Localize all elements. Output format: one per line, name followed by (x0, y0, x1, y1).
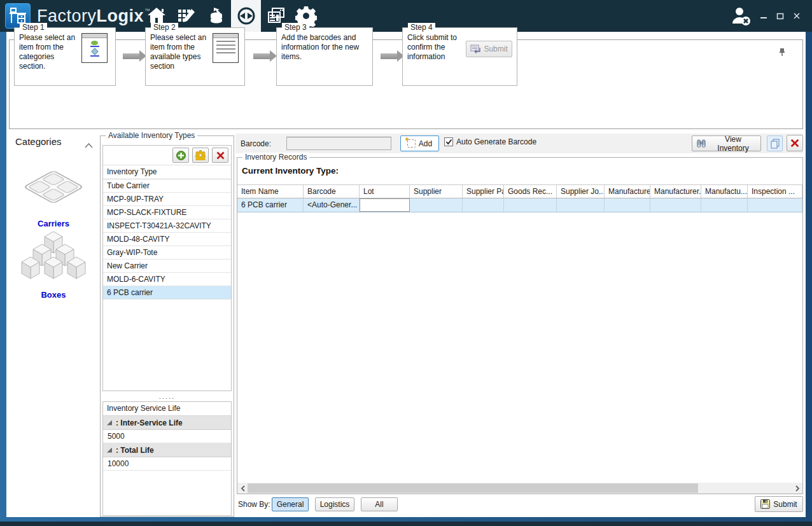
inventory-barrel-icon (206, 6, 227, 25)
step1-thumbnail (81, 33, 108, 63)
service-life-total-value[interactable]: 10000 (103, 457, 231, 471)
step4-submit-button[interactable]: Submit (466, 41, 512, 57)
close-button[interactable] (790, 10, 803, 22)
step1-label: Step 1 (20, 23, 47, 32)
categories-collapse-button[interactable] (85, 139, 93, 151)
record-cell[interactable]: <Auto-Gener... (304, 198, 360, 212)
horizontal-scrollbar[interactable] (237, 483, 802, 494)
inventory-type-row[interactable]: INSPECT-T30421A-32CAVITY (103, 219, 231, 233)
step3-label: Step 3 (282, 23, 309, 32)
step2-box: Step 2 Please select an item from the av… (145, 27, 245, 86)
copy-icon (770, 139, 780, 149)
service-life-group-inter[interactable]: : Inter-Service Life (103, 416, 231, 430)
submit-form-icon (470, 45, 480, 53)
window-frame (0, 522, 812, 526)
service-life-title: Inventory Service Life (103, 402, 231, 416)
auto-generate-checkbox[interactable]: Auto Generate Barcode (444, 137, 536, 146)
submit-label: Submit (773, 500, 797, 509)
view-inventory-button[interactable]: View Inventory (692, 135, 761, 151)
barcode-input[interactable] (286, 137, 391, 150)
delete-x-icon (216, 151, 225, 160)
maximize-button[interactable] (774, 10, 787, 22)
checkbox-check-icon (445, 139, 452, 145)
records-body: 6 PCB carrier<Auto-Gener... (237, 198, 802, 212)
application-window: FactoryLogix™ (0, 0, 812, 526)
minimize-button[interactable] (757, 10, 770, 22)
inventory-type-row[interactable]: MCP-SLACK-FIXTURE (103, 206, 231, 219)
add-record-label: Add (419, 139, 432, 148)
scrollbar-thumb[interactable] (248, 483, 698, 493)
column-header[interactable]: Item Name (237, 185, 304, 198)
inventory-type-row[interactable]: 6 PCB carrier (103, 286, 231, 300)
column-header[interactable]: Manufactu... (701, 185, 748, 198)
step4-label: Step 4 (408, 23, 435, 32)
user-status-button[interactable] (727, 4, 755, 29)
column-header[interactable]: Supplier Pa... (463, 185, 504, 198)
inventory-type-row[interactable]: New Carrier (103, 260, 231, 273)
service-life-inter-value[interactable]: 5000 (103, 430, 231, 443)
record-cell[interactable] (605, 198, 650, 212)
boxes-icon (20, 230, 87, 286)
column-header[interactable]: Supplier (410, 185, 463, 198)
column-header[interactable]: Manufacturer (605, 185, 650, 198)
step2-thumbnail (213, 33, 239, 63)
inventory-type-row[interactable]: MCP-9UP-TRAY (103, 193, 231, 206)
column-header[interactable]: Barcode (304, 185, 360, 198)
show-by-logistics-button[interactable]: Logistics (315, 497, 354, 511)
show-by-all-button[interactable]: All (361, 497, 398, 511)
step2-text: Please select an item from the available… (150, 33, 209, 71)
group-triangle-icon (107, 420, 112, 426)
barcode-toolbar: Barcode: Add Auto Generate Barcode View … (235, 134, 803, 153)
add-type-button[interactable] (172, 148, 189, 163)
record-cell[interactable] (504, 198, 557, 212)
inventory-type-row[interactable]: Gray-WIP-Tote (103, 246, 231, 260)
column-header[interactable]: Lot (360, 185, 410, 198)
customize-gear-icon (195, 150, 206, 160)
column-header[interactable]: Inspection ... (748, 185, 802, 198)
record-cell[interactable] (701, 198, 748, 212)
step2-label: Step 2 (151, 23, 178, 32)
category-item-carriers[interactable]: Carriers (15, 160, 92, 228)
barcode-label: Barcode: (241, 139, 271, 148)
record-cell[interactable] (360, 198, 410, 212)
scroll-right-button[interactable] (792, 483, 802, 494)
record-cell[interactable] (557, 198, 605, 212)
category-item-boxes[interactable]: Boxes (15, 230, 92, 300)
scroll-left-icon (241, 485, 246, 492)
submit-button[interactable]: Submit (755, 496, 803, 512)
inventory-type-row[interactable]: Tube Carrier (103, 179, 231, 193)
step4-text: Click submit to confirm the information (407, 33, 462, 62)
add-record-button[interactable]: Add (400, 135, 439, 151)
record-row: 6 PCB carrier<Auto-Gener... (237, 198, 802, 212)
scroll-left-button[interactable] (237, 483, 248, 494)
inventory-type-row[interactable]: MOLD-6-CAVITY (103, 273, 231, 286)
delete-type-button[interactable] (212, 148, 228, 163)
panel-splitter[interactable]: ..... (102, 391, 232, 401)
remove-button[interactable] (787, 135, 803, 151)
category-label-boxes: Boxes (15, 290, 92, 300)
record-cell[interactable] (410, 198, 463, 212)
pin-icon (778, 48, 786, 57)
window-controls (757, 0, 803, 32)
types-column-header: Inventory Type (103, 165, 231, 179)
pin-button[interactable] (778, 48, 786, 59)
service-life-group-total-label: : Total Life (116, 446, 154, 455)
record-cell[interactable]: 6 PCB carrier (237, 198, 304, 212)
customize-type-button[interactable] (192, 148, 209, 163)
service-life-group-total[interactable]: : Total Life (103, 443, 231, 457)
record-cell[interactable] (463, 198, 504, 212)
inventory-type-row[interactable]: MOLD-48-CAVITY (103, 233, 231, 246)
show-by-buttons: GeneralLogisticsAll (272, 497, 398, 511)
available-types-title: Available Inventory Types (106, 131, 197, 140)
record-cell[interactable] (748, 198, 802, 212)
copy-button[interactable] (767, 135, 783, 151)
collapse-chevron-icon (85, 143, 93, 148)
column-header[interactable]: Supplier Jo... (557, 185, 605, 198)
step3-text: Add the barcodes and information for the… (281, 33, 368, 62)
show-by-general-button[interactable]: General (272, 497, 309, 511)
column-header[interactable]: Goods Rec... (504, 185, 557, 198)
scroll-right-icon (795, 485, 800, 492)
record-cell[interactable] (650, 198, 701, 212)
production-grid-pencil-icon (176, 6, 197, 25)
column-header[interactable]: Manufacturer... (650, 185, 701, 198)
